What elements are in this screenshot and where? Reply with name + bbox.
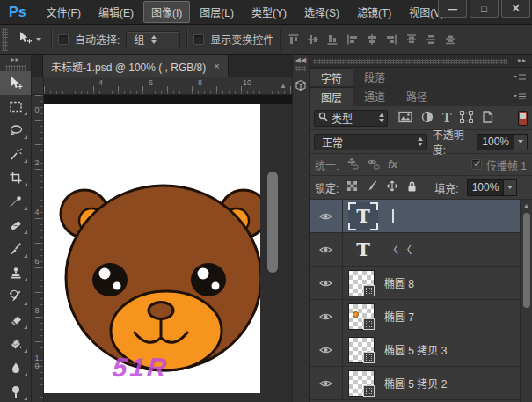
tab-paths[interactable]: 路径 bbox=[396, 87, 438, 106]
lock-transparent-pixels-icon[interactable] bbox=[346, 180, 358, 194]
panel-menu-icon[interactable] bbox=[513, 72, 527, 85]
minimize-button[interactable]: — bbox=[438, 0, 467, 18]
clone-stamp-tool[interactable] bbox=[0, 261, 31, 285]
menu-layer[interactable]: 图层(L) bbox=[192, 1, 242, 23]
eyedropper-tool[interactable] bbox=[0, 190, 31, 214]
menu-edit[interactable]: 编辑(E) bbox=[91, 1, 142, 23]
scrollbar-up-arrow-icon[interactable]: ▲ bbox=[280, 82, 287, 90]
lasso-tool[interactable] bbox=[0, 119, 31, 143]
layer-name[interactable]: 椭圆 5 拷贝 2 bbox=[384, 376, 447, 391]
unify-visibility-icon[interactable] bbox=[367, 157, 380, 172]
opacity-field[interactable]: 100% bbox=[477, 134, 528, 150]
pasteboard[interactable]: 51R bbox=[44, 95, 292, 402]
filter-pixel-layers-icon[interactable] bbox=[398, 111, 412, 126]
eye-visibility-icon[interactable] bbox=[319, 279, 332, 288]
align-top-button[interactable] bbox=[287, 33, 301, 47]
tab-layers[interactable]: 图层 bbox=[310, 87, 353, 106]
options-bar-grip[interactable] bbox=[2, 28, 8, 51]
tab-channels[interactable]: 通道 bbox=[353, 87, 396, 106]
rectangular-marquee-tool[interactable] bbox=[0, 95, 31, 119]
move-tool[interactable] bbox=[0, 71, 31, 95]
filter-type-layers-icon[interactable]: T bbox=[442, 111, 451, 125]
lock-position-icon[interactable] bbox=[386, 180, 398, 194]
dock-expand-control[interactable]: ▸▸ bbox=[518, 56, 527, 64]
lock-image-pixels-icon[interactable] bbox=[366, 180, 378, 194]
scrollbar-up-arrow-icon[interactable]: ▲ bbox=[521, 202, 532, 208]
paint-bucket-tool[interactable] bbox=[0, 333, 31, 356]
text-layer-thumbnail[interactable]: T bbox=[348, 202, 378, 230]
magic-wand-tool[interactable] bbox=[0, 143, 31, 166]
vertical-ruler[interactable]: 0 2 4 6 8 10 bbox=[32, 95, 44, 402]
layer-row-shape[interactable]: 椭圆 7 bbox=[310, 300, 521, 333]
filter-shape-layers-icon[interactable] bbox=[460, 111, 473, 126]
toolbar-collapse-control[interactable]: ▸▸ bbox=[0, 55, 31, 65]
tool-preset-picker[interactable] bbox=[14, 29, 45, 49]
filter-adjustment-layers-icon[interactable] bbox=[421, 111, 434, 126]
maximize-button[interactable]: □ bbox=[470, 0, 499, 18]
document-tab[interactable]: 未标题-1.psd @ 100% ( , RGB/8) × bbox=[42, 55, 229, 77]
tab-character[interactable]: 字符 bbox=[310, 68, 353, 86]
visibility-cell[interactable] bbox=[310, 200, 343, 232]
visibility-cell[interactable] bbox=[310, 267, 343, 299]
layer-row-shape[interactable]: 椭圆 5 拷贝 2 bbox=[310, 367, 521, 400]
eraser-tool[interactable] bbox=[0, 309, 31, 333]
align-bottom-button[interactable] bbox=[325, 33, 339, 47]
visibility-cell[interactable] bbox=[310, 233, 343, 266]
blend-mode-dropdown[interactable]: 正常 bbox=[314, 134, 427, 150]
panel-menu-icon[interactable] bbox=[513, 91, 527, 105]
align-left-button[interactable] bbox=[346, 33, 360, 47]
align-vertical-center-button[interactable] bbox=[306, 33, 320, 47]
eye-visibility-icon[interactable] bbox=[319, 312, 332, 321]
menu-select[interactable]: 选择(S) bbox=[296, 1, 347, 23]
tab-paragraph[interactable]: 段落 bbox=[353, 68, 396, 86]
toolbar-grip[interactable] bbox=[5, 65, 26, 71]
chevron-down-icon[interactable] bbox=[504, 179, 517, 196]
menu-type[interactable]: 类型(Y) bbox=[244, 1, 295, 23]
chevron-down-icon[interactable] bbox=[514, 134, 528, 150]
panel-grip[interactable] bbox=[313, 59, 507, 64]
filter-type-dropdown[interactable]: 类型 bbox=[314, 110, 388, 127]
menu-filter[interactable]: 滤镜(T) bbox=[349, 1, 399, 23]
auto-select-checkbox[interactable] bbox=[58, 34, 69, 45]
lock-all-icon[interactable] bbox=[406, 180, 418, 195]
horizontal-ruler[interactable]: 4 6 8 10 ▲ bbox=[44, 77, 292, 95]
dock-collapse-control[interactable]: ◀◀ bbox=[293, 55, 309, 66]
shape-layer-thumbnail[interactable] bbox=[348, 303, 375, 330]
visibility-cell[interactable] bbox=[310, 300, 343, 333]
menu-file[interactable]: 文件(F) bbox=[39, 1, 89, 23]
shape-layer-thumbnail[interactable] bbox=[348, 370, 375, 397]
show-transform-checkbox[interactable] bbox=[193, 34, 204, 45]
distribute-vertical-center-button[interactable] bbox=[424, 33, 438, 47]
document-close-icon[interactable]: × bbox=[214, 61, 219, 71]
visibility-cell[interactable] bbox=[310, 367, 343, 399]
dodge-tool[interactable] bbox=[0, 380, 31, 402]
distribute-bottom-button[interactable] bbox=[443, 33, 457, 47]
text-layer-thumbnail[interactable]: T bbox=[348, 236, 378, 264]
auto-select-dropdown[interactable]: 组 bbox=[126, 31, 180, 48]
canvas[interactable]: 51R bbox=[44, 104, 260, 393]
layer-name[interactable]: 椭圆 8 bbox=[384, 275, 414, 290]
align-right-button[interactable] bbox=[384, 33, 398, 47]
canvas-vertical-scrollbar[interactable] bbox=[267, 172, 278, 273]
shape-layer-thumbnail[interactable] bbox=[348, 337, 375, 363]
scrollbar-thumb[interactable] bbox=[523, 213, 530, 308]
history-brush-tool[interactable] bbox=[0, 285, 31, 309]
brush-tool[interactable] bbox=[0, 238, 31, 261]
eye-visibility-icon[interactable] bbox=[319, 245, 332, 254]
layer-list-scrollbar[interactable]: ▲ bbox=[520, 200, 532, 402]
filter-toggle-switch[interactable] bbox=[518, 111, 528, 126]
layer-row-text-editing[interactable]: T bbox=[310, 200, 521, 233]
layer-name[interactable]: 椭圆 5 拷贝 3 bbox=[384, 342, 447, 357]
blur-tool[interactable] bbox=[0, 356, 31, 380]
menu-image[interactable]: 图像(I) bbox=[143, 1, 190, 23]
shape-layer-thumbnail[interactable] bbox=[348, 270, 375, 296]
eye-visibility-icon[interactable] bbox=[319, 212, 332, 221]
unify-position-icon[interactable] bbox=[346, 157, 359, 172]
dock-grip[interactable] bbox=[295, 66, 306, 71]
close-button[interactable]: ✕ bbox=[501, 0, 530, 18]
align-horizontal-center-button[interactable] bbox=[365, 33, 379, 47]
3d-panel-icon[interactable] bbox=[294, 78, 308, 92]
layer-row-shape[interactable]: 椭圆 5 拷贝 3 bbox=[310, 333, 521, 367]
spot-healing-brush-tool[interactable] bbox=[0, 214, 31, 238]
layer-name[interactable]: 〈 〈 bbox=[388, 242, 412, 257]
